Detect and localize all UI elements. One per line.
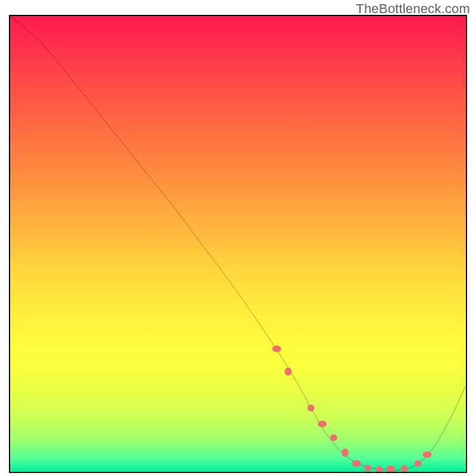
curve-dot [284,368,292,376]
curve-dot [401,465,408,472]
plot-area [9,15,467,473]
bottleneck-curve [10,16,466,470]
curve-dot [415,461,422,467]
curve-dot [375,466,383,472]
curve-dot [342,449,349,457]
curve-dot [364,465,371,471]
curve-dot [318,421,327,427]
curve-dot [273,346,281,352]
curve-dot [330,434,337,441]
curve-dot [422,451,431,458]
chart-stage: TheBottleneck.com [0,0,476,476]
curve-dot [352,461,361,467]
curve-dot [308,405,315,411]
curve-dots-group [273,346,432,472]
curve-dot [386,465,395,472]
chart-svg [10,16,466,472]
